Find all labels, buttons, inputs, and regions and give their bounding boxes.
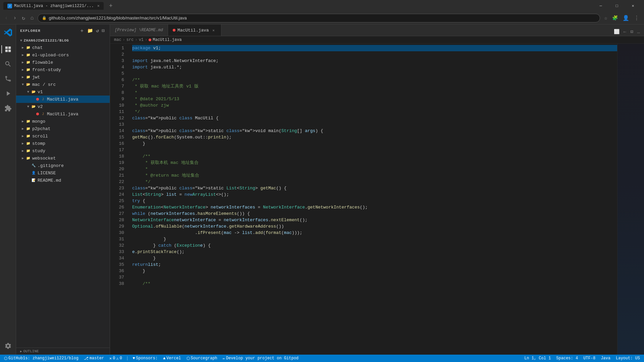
- activity-source-control[interactable]: [1, 72, 15, 85]
- sidebar-item-el-upload-cors[interactable]: ▶ 📁 el-upload-cors: [16, 51, 110, 59]
- home-btn[interactable]: ⌂: [29, 14, 35, 22]
- sidebar-item-stomp[interactable]: ▶ 📁 stomp: [16, 140, 110, 147]
- editor-area: [Preview] \README.md MacUtil.java ✕ ⬜ ← …: [110, 24, 644, 355]
- sidebar: EXPLORER ＋ 📁 ↺ ⊟ ▼ ZHANGJIWEI1221/BLOG ▶…: [16, 24, 110, 355]
- forward-btn[interactable]: ›: [12, 14, 18, 22]
- nav-back-btn[interactable]: ←: [622, 28, 628, 36]
- sidebar-item-gitignore[interactable]: ▶ 🔧 .gitignore: [16, 162, 110, 169]
- code-line-23: class="kw">public class="kw">static List…: [132, 185, 617, 191]
- sidebar-item-flowable[interactable]: ▶ 📁 flowable: [16, 59, 110, 66]
- breadcrumb-src[interactable]: src: [126, 38, 134, 42]
- sponsors-label[interactable]: ♥ Sponsors:: [131, 356, 159, 361]
- sidebar-item-license[interactable]: ▶ 👤 LICENSE: [16, 169, 110, 177]
- address-bar[interactable]: 🔒 github1s.com/zhangjiwei1221/blog/blob/…: [38, 14, 600, 22]
- sidebar-item-front-study[interactable]: ▶ 📁 front-study: [16, 66, 110, 73]
- sidebar-item-macutil-v1[interactable]: ▶ J MacUtil.java: [16, 96, 110, 103]
- chevron-websocket: ▶: [20, 156, 25, 161]
- activity-run[interactable]: [1, 87, 15, 100]
- breadcrumb-filename[interactable]: MacUtil.java: [153, 38, 181, 42]
- github-label[interactable]: ⬡ GitHub1s: zhangjiwei1221/blog: [3, 356, 80, 361]
- language[interactable]: Java: [599, 356, 612, 361]
- sourcegraph-label[interactable]: ⬡ Sourcegraph: [185, 356, 219, 361]
- code-line-15: getMac().forEach(System.out::println);: [132, 134, 617, 140]
- collapse-all-btn[interactable]: ⊟: [101, 27, 106, 35]
- sidebar-item-readme[interactable]: ▶ 📝 README.md: [16, 177, 110, 184]
- error-dot-macutil-v2: [36, 113, 39, 115]
- breadcrumb-mac[interactable]: mac: [114, 38, 121, 42]
- maximize-btn[interactable]: □: [609, 0, 625, 12]
- new-file-btn[interactable]: ＋: [79, 27, 85, 35]
- minimap-canvas: [618, 44, 644, 355]
- layout[interactable]: Layout: US: [614, 356, 641, 361]
- split-editor-btn[interactable]: ⬜: [612, 27, 621, 36]
- folder-mongo-icon: 📁: [25, 119, 31, 124]
- sidebar-item-macutil-v2[interactable]: ▶ J MacUtil.java: [16, 110, 110, 118]
- folder-chat-label: chat: [32, 45, 43, 50]
- new-tab-btn[interactable]: +: [106, 3, 115, 9]
- close-btn[interactable]: ✕: [625, 0, 641, 12]
- code-line-3: import java.net.NetworkInterface;: [132, 58, 617, 64]
- activity-search[interactable]: [1, 57, 15, 71]
- tab-close-macutil[interactable]: ✕: [211, 27, 216, 33]
- folder-scroll-icon: 📁: [25, 133, 31, 139]
- sidebar-item-v1[interactable]: ▼ 📂 v1: [16, 88, 110, 96]
- gitpod-label[interactable]: ✏ Develop your project on Gitpod: [221, 356, 300, 361]
- tab-macutil[interactable]: MacUtil.java ✕: [168, 24, 221, 36]
- sidebar-item-study[interactable]: ▶ 📁 study: [16, 147, 110, 155]
- code-line-13: [132, 121, 617, 128]
- sidebar-header-actions: ＋ 📁 ↺ ⊟: [79, 27, 106, 35]
- profile-btn[interactable]: 👤: [621, 13, 631, 23]
- github-text: GitHub1s: zhangjiwei1221/blog: [8, 356, 78, 361]
- sidebar-item-scroll[interactable]: ▶ 📁 scroll: [16, 132, 110, 140]
- refresh-btn[interactable]: ↺: [95, 27, 100, 35]
- tab-macutil-label: MacUtil.java: [177, 28, 209, 33]
- sidebar-item-chat[interactable]: ▶ 📁 chat: [16, 44, 110, 51]
- folder-v1-icon: 📂: [31, 89, 36, 95]
- extension-btn[interactable]: 🧩: [611, 14, 619, 22]
- vercel-label[interactable]: ▲ Vercel: [162, 356, 182, 361]
- window-controls: — □ ✕: [593, 0, 641, 12]
- activity-explorer[interactable]: [1, 43, 15, 56]
- sidebar-item-mac-src[interactable]: ▼ 📂 mac / src: [16, 81, 110, 88]
- browser-tab[interactable]: J MacUtil.java - zhangjiwei1221/... ✕: [3, 2, 104, 10]
- code-line-24: List<String> list = new ArrayList<>();: [132, 191, 617, 198]
- status-sep-1: |: [126, 356, 128, 361]
- gitpod-icon: ✏: [223, 356, 225, 361]
- new-folder-btn[interactable]: 📁: [87, 27, 94, 35]
- menu-btn[interactable]: ⋮: [633, 13, 641, 23]
- toggle-panel-btn[interactable]: ⊡: [629, 27, 634, 36]
- outline-label: OUTLINE: [23, 349, 39, 353]
- sidebar-item-v2[interactable]: ▼ 📂 v2: [16, 103, 110, 110]
- breadcrumb-v1[interactable]: v1: [139, 38, 144, 42]
- folder-el-icon: 📁: [25, 52, 31, 58]
- tab-preview-label: [Preview] \README.md: [115, 28, 163, 33]
- error-count[interactable]: ✕ 0 ⚠ 0: [108, 356, 123, 361]
- more-actions-btn[interactable]: …: [636, 28, 641, 36]
- refresh-btn[interactable]: ↻: [20, 13, 26, 23]
- vercel-text: Vercel: [166, 356, 181, 361]
- tab-close-btn[interactable]: ✕: [97, 3, 100, 8]
- encoding[interactable]: UTF-8: [582, 356, 597, 361]
- branch-text: master: [90, 356, 104, 361]
- code-line-16: }: [132, 140, 617, 147]
- repo-root[interactable]: ▼ ZHANGJIWEI1221/BLOG: [16, 37, 110, 44]
- outline-section[interactable]: ▶ OUTLINE: [16, 348, 110, 355]
- sidebar-item-jwt[interactable]: ▶ 📁 jwt: [16, 73, 110, 81]
- back-btn[interactable]: ‹: [3, 14, 9, 22]
- sidebar-item-p2pchat[interactable]: ▶ 📁 p2pchat: [16, 125, 110, 132]
- code-line-7: * 获取 mac 地址工具类 v1 版: [132, 83, 617, 89]
- code-content[interactable]: package v1;import java.net.NetworkInterf…: [127, 44, 617, 355]
- activity-extensions[interactable]: [1, 102, 15, 115]
- minimize-btn[interactable]: —: [593, 0, 608, 12]
- bookmark-btn[interactable]: ☆: [603, 13, 609, 23]
- tab-preview[interactable]: [Preview] \README.md: [110, 24, 168, 36]
- folder-stomp-icon: 📁: [25, 141, 31, 146]
- branch-label[interactable]: ⎇ master: [83, 356, 105, 361]
- spaces[interactable]: Spaces: 4: [555, 356, 579, 361]
- gitignore-label: .gitignore: [38, 163, 64, 168]
- line-col[interactable]: Ln 1, Col 1: [523, 356, 552, 361]
- sidebar-item-websocket[interactable]: ▶ 📁 websocket: [16, 155, 110, 162]
- activity-settings[interactable]: [1, 339, 15, 353]
- sidebar-item-mongo[interactable]: ▶ 📁 mongo: [16, 118, 110, 125]
- tab-favicon: J: [7, 4, 12, 8]
